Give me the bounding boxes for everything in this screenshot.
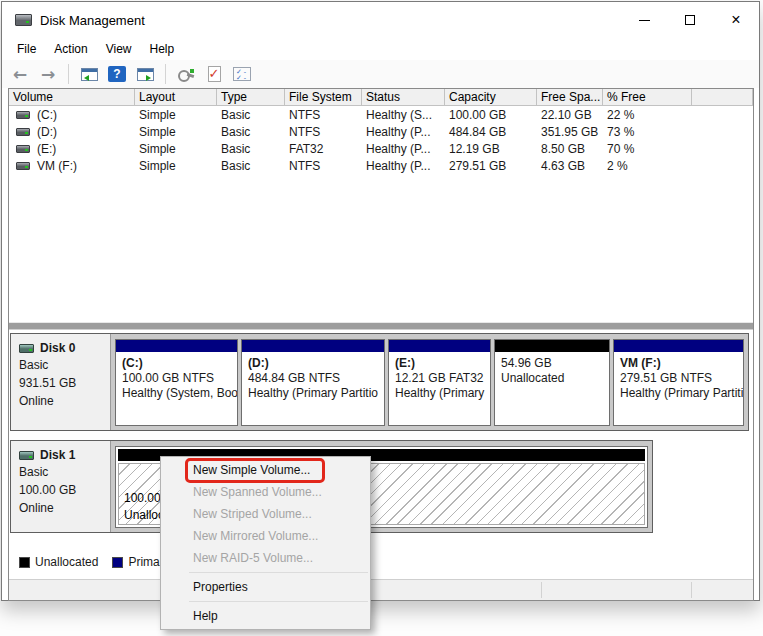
cell-type: Basic — [217, 108, 285, 122]
primary-partition-swatch — [112, 557, 123, 568]
column-header-file-system[interactable]: File System — [285, 89, 362, 105]
cell-type: Basic — [217, 159, 285, 173]
menu-file[interactable]: File — [8, 39, 45, 59]
menu-separator — [189, 572, 368, 573]
unallocated-swatch — [19, 557, 30, 568]
menu-action[interactable]: Action — [45, 39, 96, 59]
menu-item-new-mirrored-volume: New Mirrored Volume... — [161, 525, 370, 547]
column-header-status[interactable]: Status — [362, 89, 445, 105]
checklist-button[interactable]: ✓ - ✓ - — [231, 63, 253, 85]
disk-0-row: Disk 0 Basic 931.51 GB Online (C:) 100.0… — [10, 333, 749, 431]
disk-0-bar: (C:) 100.00 GB NTFS Healthy (System, Boo… — [111, 334, 748, 430]
disk-status: Online — [19, 394, 104, 409]
partition-info: 484.84 GB NTFS — [248, 371, 384, 386]
table-row-volume-e[interactable]: (E:) Simple Basic FAT32 Healthy (P... 12… — [9, 140, 753, 157]
cell-capacity: 12.19 GB — [445, 142, 537, 156]
show-action-pane-button[interactable] — [134, 63, 156, 85]
help-button[interactable]: ? — [106, 63, 128, 85]
console-tree-icon — [81, 68, 98, 81]
cell-layout: Simple — [135, 142, 217, 156]
show-console-tree-button[interactable] — [78, 63, 100, 85]
cell-type: Basic — [217, 142, 285, 156]
cell-status: Healthy (P... — [362, 142, 445, 156]
cell-free-space: 4.63 GB — [537, 159, 603, 173]
cell-file-system: NTFS — [285, 125, 362, 139]
menu-bar: File Action View Help — [2, 38, 759, 60]
cell-status: Healthy (P... — [362, 125, 445, 139]
status-bar — [9, 579, 753, 600]
back-button[interactable]: ← — [9, 63, 31, 85]
table-row-volume-d[interactable]: (D:) Simple Basic NTFS Healthy (P... 484… — [9, 123, 753, 140]
disk-management-app-icon — [15, 14, 32, 26]
table-row-volume-vm-f[interactable]: VM (F:) Simple Basic NTFS Healthy (P... … — [9, 157, 753, 174]
partition-c[interactable]: (C:) 100.00 GB NTFS Healthy (System, Boo — [115, 339, 238, 426]
partition-title: (D:) — [248, 356, 384, 371]
partition-info: 279.51 GB NTFS — [620, 371, 743, 386]
cell-pct-free: 73 % — [603, 125, 692, 139]
primary-partition-band — [389, 340, 490, 352]
pane-splitter[interactable] — [9, 322, 753, 330]
partition-title: VM (F:) — [620, 356, 743, 371]
column-header-volume[interactable]: Volume — [9, 89, 135, 105]
column-header-layout[interactable]: Layout — [135, 89, 217, 105]
menu-item-properties[interactable]: Properties — [161, 576, 370, 598]
menu-item-new-striped-volume: New Striped Volume... — [161, 503, 370, 525]
column-header-free-space[interactable]: Free Spa... — [537, 89, 603, 105]
minimize-icon — [639, 20, 650, 21]
partition-status: Healthy (System, Boo — [122, 386, 237, 401]
menu-view[interactable]: View — [97, 39, 141, 59]
cell-free-space: 351.95 GB — [537, 125, 603, 139]
close-button[interactable]: × — [713, 2, 759, 38]
disk-status: Online — [19, 501, 104, 516]
toolbar-separator — [165, 64, 166, 84]
context-menu: New Simple Volume... New Spanned Volume.… — [160, 456, 371, 630]
partition-vm-f[interactable]: VM (F:) 279.51 GB NTFS Healthy (Primary … — [613, 339, 744, 426]
action-pane-icon — [137, 68, 154, 81]
back-icon: ← — [13, 66, 27, 83]
forward-button[interactable]: → — [37, 63, 59, 85]
cell-volume: (C:) — [37, 108, 57, 122]
scan-disks-button[interactable] — [175, 63, 197, 85]
disk-size: 100.00 GB — [19, 483, 104, 498]
minimize-button[interactable] — [621, 2, 667, 38]
cell-volume: (E:) — [37, 142, 56, 156]
partition-info: 54.96 GB — [501, 356, 609, 371]
caption-buttons: × — [621, 2, 759, 38]
disk-1-info[interactable]: Disk 1 Basic 100.00 GB Online — [11, 441, 111, 532]
menu-item-help[interactable]: Help — [161, 605, 370, 627]
cell-free-space: 8.50 GB — [537, 142, 603, 156]
menu-item-new-spanned-volume: New Spanned Volume... — [161, 481, 370, 503]
table-row-volume-c[interactable]: (C:) Simple Basic NTFS Healthy (S... 100… — [9, 106, 753, 123]
legend-item-unallocated: Unallocated — [19, 555, 98, 569]
disk-name: Disk 1 — [40, 448, 75, 462]
cell-type: Basic — [217, 125, 285, 139]
partition-e[interactable]: (E:) 12.21 GB FAT32 Healthy (Primary — [388, 339, 491, 426]
partition-title: (E:) — [395, 356, 490, 371]
disk-0-info[interactable]: Disk 0 Basic 931.51 GB Online — [11, 334, 111, 430]
menu-item-new-raid5-volume: New RAID-5 Volume... — [161, 547, 370, 569]
primary-partition-band — [242, 340, 384, 352]
disk-size: 931.51 GB — [19, 376, 104, 391]
check-document-button[interactable]: ✓ — [203, 63, 225, 85]
column-header-filler — [692, 89, 753, 105]
scan-dot — [190, 69, 194, 73]
cell-pct-free: 70 % — [603, 142, 692, 156]
column-header-capacity[interactable]: Capacity — [445, 89, 537, 105]
status-bar-separator — [541, 582, 542, 598]
partition-status: Healthy (Primary Partitio — [620, 386, 743, 401]
help-icon: ? — [108, 66, 126, 82]
unallocated-band — [495, 340, 609, 352]
cell-capacity: 279.51 GB — [445, 159, 537, 173]
partition-d[interactable]: (D:) 484.84 GB NTFS Healthy (Primary Par… — [241, 339, 385, 426]
cell-layout: Simple — [135, 125, 217, 139]
checklist-icon: ✓ - ✓ - — [233, 67, 251, 81]
column-header-pct-free[interactable]: % Free — [603, 89, 692, 105]
primary-partition-band — [614, 340, 743, 352]
partition-unallocated-disk0[interactable]: 54.96 GB Unallocated — [494, 339, 610, 426]
menu-item-new-simple-volume[interactable]: New Simple Volume... — [161, 459, 370, 481]
menu-help[interactable]: Help — [141, 39, 184, 59]
volume-list-pane: Volume Layout Type File System Status Ca… — [9, 89, 753, 322]
column-header-type[interactable]: Type — [217, 89, 285, 105]
maximize-button[interactable] — [667, 2, 713, 38]
partition-status: Unallocated — [501, 371, 609, 386]
